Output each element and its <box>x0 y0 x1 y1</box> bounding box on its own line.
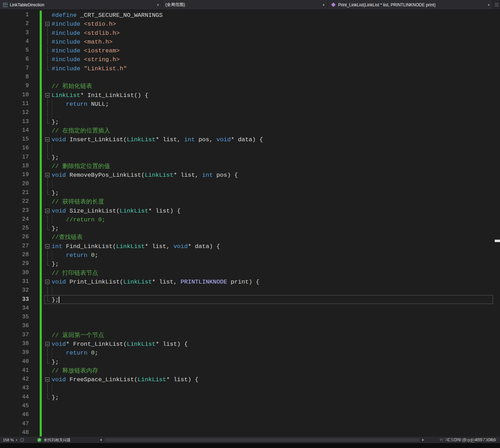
line-number[interactable]: 11 <box>0 99 29 108</box>
code-line[interactable]: 38void* Front_LinkList(LinkList* list) { <box>0 339 500 348</box>
code-editor[interactable]: 1#define _CRT_SECURE_NO_WARNINGS2#includ… <box>0 10 500 437</box>
line-number[interactable]: 12 <box>0 108 29 117</box>
line-number[interactable]: 23 <box>0 206 29 215</box>
code-line[interactable]: 47 <box>0 420 500 428</box>
line-number[interactable]: 4 <box>0 37 29 46</box>
code-line[interactable]: 46 <box>0 410 500 419</box>
fold-region-start[interactable] <box>45 242 51 250</box>
fold-region-start[interactable] <box>45 207 51 215</box>
fold-region-start[interactable] <box>45 20 51 28</box>
line-number[interactable]: 17 <box>0 153 29 162</box>
line-number[interactable]: 31 <box>0 277 29 286</box>
line-number[interactable]: 36 <box>0 322 29 330</box>
code-line[interactable]: 26//查找链表 <box>0 233 500 241</box>
code-line[interactable]: 9// 初始化链表 <box>0 82 500 90</box>
line-number[interactable]: 40 <box>0 357 29 366</box>
code-line[interactable]: 41// 释放链表内存 <box>0 366 500 375</box>
code-line[interactable]: 21}; <box>0 188 500 197</box>
collapse-minus-icon[interactable] <box>45 342 50 346</box>
code-line[interactable]: 3#include <stdlib.h> <box>0 28 500 37</box>
code-line[interactable]: 16 <box>0 144 500 152</box>
line-number[interactable]: 42 <box>0 375 29 384</box>
scope-dropdown[interactable]: (全局范围) ▾ <box>162 0 328 9</box>
code-line[interactable]: 36 <box>0 322 500 330</box>
line-number[interactable]: 30 <box>0 268 29 277</box>
code-line[interactable]: 5#include <iostream> <box>0 46 500 55</box>
line-number[interactable]: 46 <box>0 410 29 419</box>
code-line[interactable]: 35 <box>0 313 500 322</box>
line-number[interactable]: 25 <box>0 224 29 233</box>
code-line[interactable]: 28 return 0; <box>0 251 500 259</box>
fold-region-start[interactable] <box>45 91 51 99</box>
line-number[interactable]: 10 <box>0 91 29 99</box>
code-line[interactable]: 8 <box>0 73 500 82</box>
code-line[interactable]: 22// 获得链表的长度 <box>0 197 500 206</box>
fold-region-start[interactable] <box>45 340 51 348</box>
code-line[interactable]: 42void FreeSpace_LinkList(LinkList* list… <box>0 375 500 384</box>
code-line[interactable]: 48 <box>0 428 500 437</box>
code-line[interactable]: 18// 删除指定位置的值 <box>0 162 500 170</box>
line-number[interactable]: 43 <box>0 384 29 392</box>
collapse-minus-icon[interactable] <box>45 137 50 142</box>
line-number[interactable]: 9 <box>0 82 29 90</box>
code-line[interactable]: 33}; <box>0 295 500 304</box>
line-number[interactable]: 20 <box>0 180 29 188</box>
scroll-left-icon[interactable] <box>100 439 102 441</box>
document-menu-button[interactable] <box>493 0 500 9</box>
code-line[interactable]: 12 <box>0 108 500 117</box>
code-line[interactable]: 10LinkList* Init_LinkList() { <box>0 91 500 99</box>
code-line[interactable]: 1#define _CRT_SECURE_NO_WARNINGS <box>0 11 500 19</box>
code-line[interactable]: 25}; <box>0 224 500 233</box>
code-line[interactable]: 14// 在指定的位置插入 <box>0 126 500 135</box>
code-line[interactable]: 45 <box>0 402 500 410</box>
line-number[interactable]: 18 <box>0 162 29 170</box>
code-line[interactable]: 29}; <box>0 259 500 268</box>
line-number[interactable]: 34 <box>0 304 29 313</box>
line-number[interactable]: 41 <box>0 366 29 375</box>
line-number[interactable]: 2 <box>0 19 29 28</box>
member-dropdown[interactable]: Print_LinkList(LinkList * list, PRINTLIN… <box>328 0 493 9</box>
line-number[interactable]: 39 <box>0 348 29 357</box>
code-line[interactable]: 11 return NULL; <box>0 99 500 108</box>
line-number[interactable]: 37 <box>0 331 29 339</box>
line-number[interactable]: 33 <box>0 295 29 304</box>
line-number[interactable]: 22 <box>0 197 29 206</box>
line-number[interactable]: 29 <box>0 259 29 268</box>
line-number[interactable]: 5 <box>0 46 29 55</box>
collapse-minus-icon[interactable] <box>45 209 50 213</box>
line-number[interactable]: 8 <box>0 73 29 82</box>
code-line[interactable]: 23void Size_LinkList(LinkList* list) { <box>0 206 500 215</box>
fold-region-start[interactable] <box>45 135 51 143</box>
code-line[interactable]: 13}; <box>0 117 500 126</box>
code-line[interactable]: 31void Print_LinkList(LinkList* list, PR… <box>0 277 500 286</box>
code-line[interactable]: 20 <box>0 180 500 188</box>
line-number[interactable]: 21 <box>0 188 29 197</box>
code-line[interactable]: 17}; <box>0 153 500 162</box>
zoom-dropdown[interactable]: 158 % ▾ <box>1 437 19 443</box>
collapse-minus-icon[interactable] <box>45 93 50 97</box>
fold-region-start[interactable] <box>45 278 51 286</box>
code-line[interactable]: 6#include <string.h> <box>0 55 500 64</box>
code-line[interactable]: 24 //return 0; <box>0 215 500 224</box>
line-number[interactable]: 3 <box>0 28 29 37</box>
project-context-dropdown[interactable]: LinkTableDirection ▾ <box>0 0 162 9</box>
code-line[interactable]: 44}; <box>0 393 500 402</box>
line-number[interactable]: 27 <box>0 242 29 251</box>
line-number[interactable]: 7 <box>0 64 29 73</box>
fold-region-start[interactable] <box>45 375 51 383</box>
code-line[interactable]: 37// 返回第一个节点 <box>0 331 500 339</box>
line-number[interactable]: 14 <box>0 126 29 135</box>
line-number[interactable]: 28 <box>0 251 29 259</box>
scroll-right-icon[interactable] <box>422 439 424 441</box>
line-number[interactable]: 6 <box>0 55 29 64</box>
code-line[interactable]: 15void Insert_LinkList(LinkList* list, i… <box>0 135 500 144</box>
collapse-minus-icon[interactable] <box>45 244 50 248</box>
code-line[interactable]: 4#include <math.h> <box>0 37 500 46</box>
line-number[interactable]: 32 <box>0 286 29 295</box>
line-number[interactable]: 45 <box>0 402 29 410</box>
code-line[interactable]: 30// 打印链表节点 <box>0 268 500 277</box>
code-line[interactable]: 27int Find_LinkList(LinkList* list, void… <box>0 242 500 251</box>
line-number[interactable]: 24 <box>0 215 29 224</box>
vertical-scrollbar[interactable] <box>495 10 500 437</box>
code-line[interactable]: 19void RemoveByPos_LinkList(LinkList* li… <box>0 170 500 179</box>
